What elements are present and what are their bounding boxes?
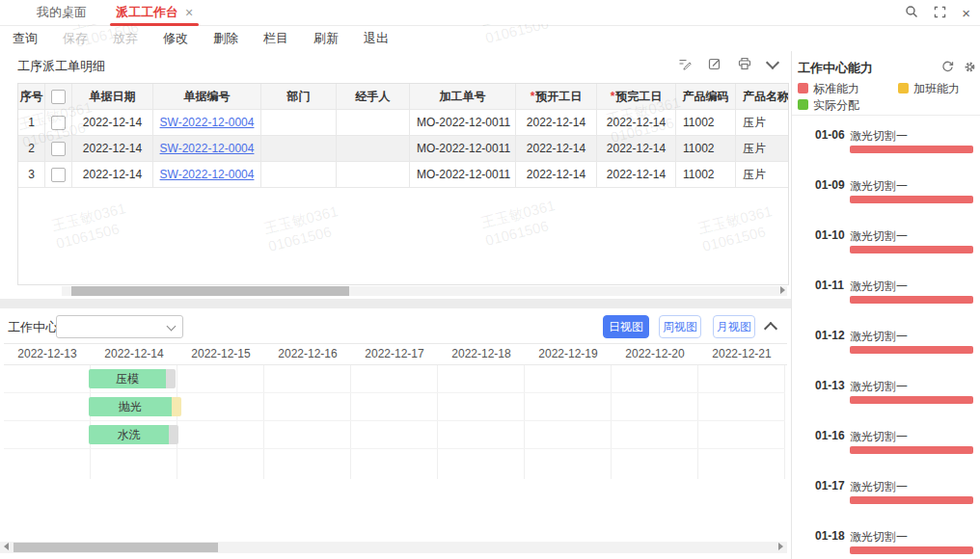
close-tab-icon[interactable]: × xyxy=(185,0,193,25)
capacity-panel-title: 工作中心能力 xyxy=(798,60,873,77)
table-cell: 2022-12-14 xyxy=(597,136,676,162)
row-checkbox[interactable] xyxy=(51,142,66,156)
tab-my-desktop[interactable]: 我的桌面 xyxy=(37,0,87,26)
capacity-item-name: 激光切割一 xyxy=(850,379,908,395)
table-cell: MO-2022-12-0011 xyxy=(410,136,516,162)
row-checkbox[interactable] xyxy=(51,116,66,130)
gantt-date-label: 2022-12-15 xyxy=(177,344,264,364)
refresh-icon[interactable] xyxy=(941,61,954,73)
capacity-item: 01-06激光切割一 xyxy=(792,116,980,166)
table-cell: SW-2022-12-0004 xyxy=(153,110,261,136)
capacity-bar xyxy=(850,196,973,203)
table-cell: SW-2022-12-0004 xyxy=(153,136,261,162)
gantt-task-bar[interactable]: 抛光 xyxy=(89,397,181,416)
toolbar-item[interactable]: 保存 xyxy=(50,30,100,47)
capacity-bar xyxy=(850,446,973,454)
work-center-select[interactable] xyxy=(56,315,183,338)
capacity-item-code: 01-18 xyxy=(815,529,845,543)
toolbar-item[interactable]: 修改 xyxy=(150,30,201,47)
legend-swatch xyxy=(898,83,909,93)
capacity-bar xyxy=(850,146,973,153)
pane-splitter[interactable] xyxy=(0,299,791,308)
gear-icon[interactable] xyxy=(964,61,976,73)
toolbar-item[interactable]: 退出 xyxy=(351,30,401,47)
scrollbar-thumb[interactable] xyxy=(71,286,349,296)
toolbar-item[interactable]: 刷新 xyxy=(301,30,351,47)
column-header: 产品编码 xyxy=(676,84,736,110)
row-checkbox[interactable] xyxy=(51,168,66,182)
capacity-item-code: 01-16 xyxy=(815,429,845,442)
scrollbar-thumb[interactable] xyxy=(14,543,218,552)
batch-edit-icon[interactable] xyxy=(678,57,692,70)
capacity-bar xyxy=(850,246,973,253)
capacity-item: 01-17激光切割一 xyxy=(792,466,980,517)
capacity-panel: 工作中心能力 标准能力加班能力实际分配 01-06激光切割一01-09激光切割一… xyxy=(791,51,980,559)
capacity-item: 01-13激光切割一 xyxy=(792,366,980,416)
capacity-item-name: 激光切割一 xyxy=(850,178,908,195)
capacity-item: 01-12激光切割一 xyxy=(792,316,980,366)
scrollbar-track[interactable] xyxy=(62,286,787,296)
close-window-icon[interactable]: × xyxy=(962,6,970,20)
table-cell: 2022-12-14 xyxy=(516,162,597,188)
table-cell xyxy=(261,136,337,162)
gantt-task-bar[interactable]: 水洗 xyxy=(89,425,178,444)
capacity-item-code: 01-13 xyxy=(815,379,845,392)
edit-square-icon[interactable] xyxy=(708,57,721,70)
tab-dispatch-workbench[interactable]: 派工工作台 × xyxy=(116,0,193,26)
table-cell xyxy=(45,110,72,136)
table-cell xyxy=(337,136,410,162)
gantt-row: 水洗 xyxy=(4,421,785,449)
toolbar-item[interactable]: 删除 xyxy=(201,30,251,47)
gantt-date-label: 2022-12-16 xyxy=(264,344,351,364)
doc-no-link[interactable]: SW-2022-12-0004 xyxy=(160,142,255,155)
doc-no-link[interactable]: SW-2022-12-0004 xyxy=(160,168,255,181)
column-header: 加工单号 xyxy=(410,84,516,110)
gantt-grid: 压模抛光水洗 xyxy=(4,365,785,479)
collapse-gantt-icon[interactable] xyxy=(764,322,777,335)
table-cell: 2022-12-14 xyxy=(516,136,597,162)
table-cell: SW-2022-12-0004 xyxy=(153,162,261,188)
toolbar: 查询保存放弃修改删除栏目刷新退出 xyxy=(0,26,791,51)
gantt-row: 抛光 xyxy=(4,393,785,421)
scroll-right-arrow-icon[interactable] xyxy=(780,286,785,294)
column-header: 部门 xyxy=(261,84,337,110)
detail-grid-actions xyxy=(678,57,777,70)
gantt-body: 压模抛光水洗 xyxy=(4,365,787,541)
required-mark: * xyxy=(531,90,535,103)
capacity-item-name: 激光切割一 xyxy=(850,479,908,495)
capacity-item-name: 激光切割一 xyxy=(850,329,908,345)
toolbar-item[interactable]: 栏目 xyxy=(251,30,301,47)
table-row[interactable]: 12022-12-14SW-2022-12-0004MO-2022-12-001… xyxy=(18,110,789,136)
table-cell: 1 xyxy=(18,110,45,136)
toolbar-item[interactable]: 放弃 xyxy=(100,30,150,47)
table-cell: 2022-12-14 xyxy=(597,110,676,136)
maximize-icon[interactable] xyxy=(934,5,946,22)
toolbar-item[interactable]: 查询 xyxy=(0,30,50,47)
select-all-checkbox[interactable] xyxy=(51,90,66,104)
view-button[interactable]: 周视图 xyxy=(659,315,701,338)
legend-swatch xyxy=(798,83,808,93)
view-button[interactable]: 日视图 xyxy=(603,315,649,338)
gantt-task-bar[interactable]: 压模 xyxy=(89,369,176,388)
table-row[interactable]: 32022-12-14SW-2022-12-0004MO-2022-12-001… xyxy=(18,162,789,188)
collapse-grid-icon[interactable] xyxy=(768,61,777,67)
view-button[interactable]: 月视图 xyxy=(713,315,755,338)
column-header: 经手人 xyxy=(337,84,410,110)
printer-icon[interactable] xyxy=(738,57,751,70)
main-area: 工序派工单明细 序号单据日期单据编号部门经手人加工单号*预开工日*预完工日产品编… xyxy=(0,51,791,559)
table-row[interactable]: 22022-12-14SW-2022-12-0004MO-2022-12-001… xyxy=(18,136,789,162)
capacity-bar xyxy=(850,496,973,504)
detail-grid-hscrollbar xyxy=(17,285,787,297)
gantt-date-label: 2022-12-20 xyxy=(612,344,698,364)
table-cell: 2022-12-14 xyxy=(72,110,153,136)
capacity-item-code: 01-12 xyxy=(815,329,845,342)
capacity-bar xyxy=(850,346,973,354)
doc-no-link[interactable]: SW-2022-12-0004 xyxy=(160,116,255,129)
capacity-item-name: 激光切割一 xyxy=(850,279,908,295)
scroll-left-arrow-icon[interactable] xyxy=(4,543,9,550)
table-cell: 压片 xyxy=(736,110,789,136)
scroll-right-arrow-icon[interactable] xyxy=(778,543,783,550)
search-icon[interactable] xyxy=(905,5,918,22)
gantt-task-label: 水洗 xyxy=(89,425,169,444)
window-icons: × xyxy=(905,0,970,26)
